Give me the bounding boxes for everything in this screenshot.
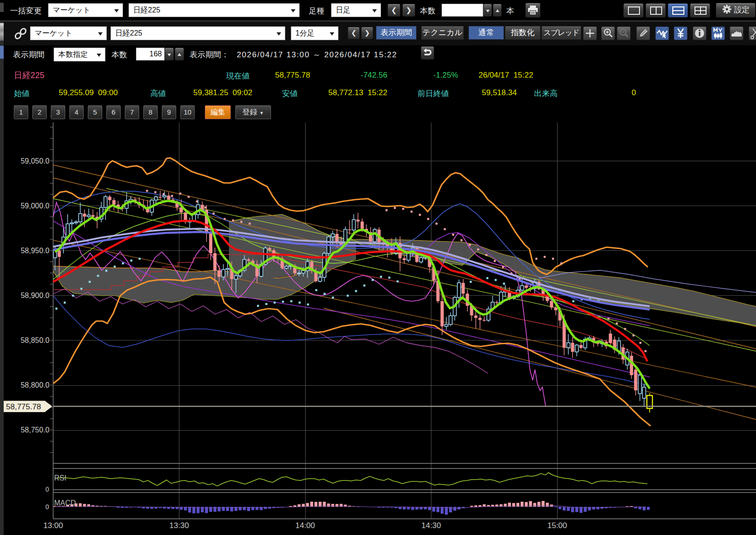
svg-text:58,750.0: 58,750.0: [21, 426, 49, 434]
svg-text:RSI: RSI: [54, 474, 67, 482]
svg-text:13:00: 13:00: [43, 521, 63, 530]
svg-text:58,850.0: 58,850.0: [21, 336, 49, 344]
svg-text:58,800.0: 58,800.0: [21, 381, 49, 389]
svg-text:15:00: 15:00: [547, 521, 567, 530]
svg-text:58,950.0: 58,950.0: [21, 247, 49, 255]
svg-text:59,050.0: 59,050.0: [21, 157, 49, 165]
svg-text:13:30: 13:30: [169, 521, 189, 530]
svg-text:MACD: MACD: [54, 499, 76, 507]
svg-text:58,900.0: 58,900.0: [21, 292, 49, 299]
svg-text:14:30: 14:30: [421, 521, 441, 530]
svg-text:0: 0: [45, 503, 49, 511]
svg-text:14:00: 14:00: [295, 521, 315, 530]
svg-text:58,775.78: 58,775.78: [6, 402, 41, 411]
svg-text:0: 0: [45, 486, 49, 493]
svg-text:59,000.0: 59,000.0: [21, 202, 49, 210]
